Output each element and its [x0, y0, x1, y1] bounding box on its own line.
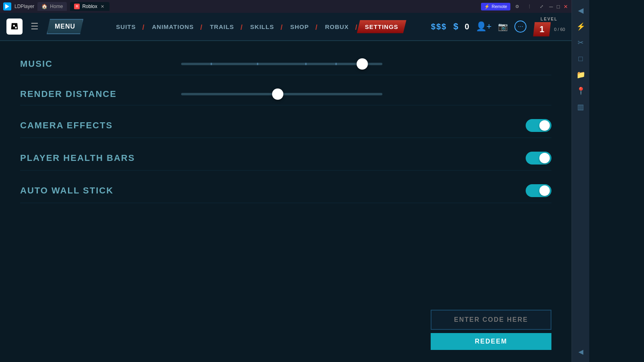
tab-close-button[interactable]: ✕ — [100, 4, 105, 9]
nav-tab-skills[interactable]: SKILLS — [242, 20, 282, 33]
tab-home-label: Home — [50, 4, 63, 9]
svg-rect-3 — [15, 27, 17, 29]
music-slider-container — [181, 63, 382, 65]
camera-effects-toggle-container — [526, 119, 551, 132]
ldplayer-logo — [3, 2, 11, 10]
nav-tab-suits[interactable]: SUITS — [108, 20, 144, 33]
redeem-button[interactable]: REDEEM — [431, 333, 551, 350]
app-name: LDPlayer — [14, 4, 34, 9]
header-left: ☰ MENU — [6, 19, 83, 35]
expand-icon[interactable]: ⤢ — [537, 3, 547, 10]
tab-home[interactable]: 🏠 Home — [37, 2, 67, 11]
nav-tab-robux[interactable]: ROBUX — [317, 20, 357, 33]
sidebar-icon-2[interactable]: ⚡ — [574, 19, 588, 34]
music-label: MUSIC — [20, 59, 181, 69]
settings-content: MUSIC RENDER DISTANCE CAME — [0, 41, 572, 362]
roblox-logo — [6, 19, 23, 35]
sidebar-icon-5[interactable]: 📁 — [574, 68, 588, 82]
maximize-button[interactable]: □ — [555, 4, 561, 9]
render-distance-slider-thumb[interactable] — [272, 88, 283, 100]
music-setting-row: MUSIC — [20, 53, 551, 75]
nav-tab-animations[interactable]: ANIMATIONS — [144, 20, 202, 33]
camera-effects-label: CAMERA EFFECTS — [20, 120, 181, 131]
render-distance-setting-row: RENDER DISTANCE — [20, 83, 551, 105]
settings-icon[interactable]: ⚙ — [512, 3, 522, 10]
score-display: 0 — [464, 22, 469, 31]
game-header: ☰ MENU SUITS ANIMATIONS TRAILS SKILLS SH… — [0, 13, 572, 41]
player-health-bars-toggle-container — [526, 152, 551, 165]
camera-effects-toggle-thumb — [539, 120, 550, 131]
auto-wall-stick-toggle-container — [526, 184, 551, 197]
svg-rect-2 — [13, 25, 15, 27]
player-health-bars-setting-row: PLAYER HEALTH BARS — [20, 146, 551, 171]
xp-display: 0 / 60 — [554, 27, 565, 32]
close-button[interactable]: ✕ — [563, 4, 568, 9]
render-distance-label: RENDER DISTANCE — [20, 89, 181, 99]
render-distance-slider-container — [181, 93, 382, 95]
auto-wall-stick-setting-row: AUTO WALL STICK — [20, 179, 551, 203]
roblox-tab-icon: R — [74, 4, 80, 9]
remote-label: Remote — [491, 4, 507, 9]
auto-wall-stick-toggle-thumb — [539, 185, 550, 196]
menu-button[interactable]: MENU — [47, 19, 83, 34]
level-label: LEVEL — [541, 17, 557, 21]
nav-tab-trails[interactable]: TRAILS — [202, 20, 242, 33]
sidebar-icon-6[interactable]: 📍 — [574, 84, 588, 98]
chat-icon[interactable]: ☰ — [27, 19, 42, 34]
nav-tab-shop[interactable]: SHOP — [282, 20, 317, 33]
nav-tab-settings[interactable]: SETTINGS — [357, 20, 407, 33]
player-health-bars-label: PLAYER HEALTH BARS — [20, 153, 181, 163]
auto-wall-stick-label: AUTO WALL STICK — [20, 185, 181, 196]
code-input[interactable] — [431, 310, 551, 330]
tab-roblox-label: Roblox — [82, 4, 97, 9]
tab-roblox[interactable]: R Roblox ✕ — [70, 2, 109, 11]
sidebar-expand-arrow[interactable]: ◀ — [574, 344, 588, 359]
render-distance-slider-track[interactable] — [181, 93, 382, 95]
sidebar-icon-1[interactable]: ◀ — [574, 3, 588, 18]
svg-marker-0 — [5, 4, 9, 9]
player-health-bars-toggle-thumb — [539, 153, 550, 163]
header-right: $$$ $ 0 👤+ 📷 ··· LEVEL 1 0 / 60 — [431, 17, 565, 37]
camera-icon[interactable]: 📷 — [498, 22, 508, 31]
minimize-button[interactable]: ─ — [548, 4, 554, 9]
currency-display: $$$ — [431, 22, 447, 31]
remote-button[interactable]: ⚡ Remote — [481, 3, 510, 10]
music-slider-thumb[interactable] — [357, 58, 368, 70]
code-section: REDEEM — [431, 310, 551, 350]
home-icon: 🏠 — [41, 4, 47, 9]
add-friend-icon[interactable]: 👤+ — [476, 21, 492, 32]
music-slider-track[interactable] — [181, 63, 382, 65]
right-sidebar: ◀ ⚡ ✂ □ 📁 📍 ▥ ◀ — [572, 0, 589, 362]
more-options-icon[interactable]: ··· — [514, 21, 526, 33]
level-badge: LEVEL 1 0 / 60 — [533, 17, 565, 37]
dollar-display: $ — [453, 21, 458, 32]
level-number: 1 — [533, 22, 551, 37]
sidebar-icon-3[interactable]: ✂ — [574, 35, 588, 50]
kebab-menu-icon[interactable]: ⋮ — [524, 3, 535, 10]
camera-effects-setting-row: CAMERA EFFECTS — [20, 113, 551, 138]
title-bar: LDPlayer 🏠 Home R Roblox ✕ ⚡ Remote ⚙ ⋮ … — [0, 0, 572, 13]
nav-tabs: SUITS ANIMATIONS TRAILS SKILLS SHOP ROBU… — [83, 20, 431, 33]
player-health-bars-toggle[interactable] — [526, 152, 551, 165]
sidebar-icon-7[interactable]: ▥ — [574, 100, 588, 114]
remote-icon: ⚡ — [484, 4, 490, 9]
auto-wall-stick-toggle[interactable] — [526, 184, 551, 197]
sidebar-icon-4[interactable]: □ — [574, 51, 588, 66]
title-bar-controls: ⚡ Remote ⚙ ⋮ ⤢ ─ □ ✕ — [481, 3, 568, 10]
camera-effects-toggle[interactable] — [526, 119, 551, 132]
